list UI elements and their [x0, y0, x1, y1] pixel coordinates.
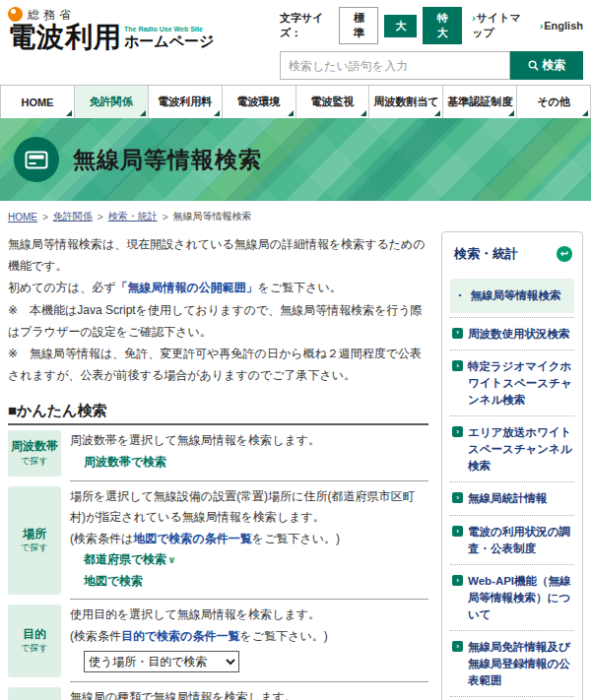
arrow-right-icon: › — [452, 328, 463, 339]
breadcrumb-current: 無線局等情報検索 — [173, 210, 252, 223]
search-by-frequency-link[interactable]: 周波数帯で検索 — [84, 452, 428, 474]
breadcrumb-separator: > — [163, 212, 168, 223]
breadcrumb-separator: > — [42, 212, 48, 223]
chevron-right-icon: › — [472, 13, 475, 24]
easy-search-row-frequency: 周波数帯 で探す 周波数帯を選択して無線局情報を検索します。 周波数帯で検索 — [8, 425, 428, 480]
site-search-button[interactable]: 検索 — [510, 51, 583, 80]
arrow-right-icon: › — [452, 575, 463, 586]
sidebar-item-radio-mic-whitespace[interactable]: › 特定ラジオマイクホワイトスペースチャンネル検索 — [450, 350, 574, 416]
breadcrumb-search-stats[interactable]: 検索・統計 — [108, 210, 158, 223]
chevron-right-icon: › — [540, 21, 543, 32]
arrow-right-icon: › — [452, 641, 463, 652]
site-title: 電波利用 — [8, 24, 122, 51]
sidebar-item-station-search[interactable]: ・ 無線局等情報検索 — [450, 279, 574, 313]
breadcrumb-separator: > — [98, 212, 103, 223]
sidebar-item-web-api[interactable]: › Web-API機能（無線局等情報検索）について — [450, 565, 574, 631]
nav-tab-others[interactable]: その他 — [517, 86, 591, 118]
global-nav: HOME 免許関係 電波利用料 電波環境 電波監視 周波数割当て 基準認証制度 … — [0, 85, 591, 118]
sidebar-search-stats: 検索・統計 ↩ ・ 無線局等情報検索 › 周波数使用状況検索 › 特定ラジオマイ… — [441, 231, 583, 700]
font-size-large-button[interactable]: 大 — [384, 15, 417, 37]
nav-tab-spectrum-fee[interactable]: 電波利用料 — [149, 86, 223, 118]
site-logo[interactable]: 総務省 電波利用 The Radio Use Web Site ホームページ — [8, 7, 214, 80]
intro-note-1: ※ 本機能はJava Scriptを使用しておりますので、無線局等情報検索を行う… — [8, 299, 428, 343]
nav-tab-monitoring[interactable]: 電波監視 — [296, 86, 370, 118]
row-label-purpose: 目的 で探す — [8, 605, 61, 676]
intro-note-2: ※ 無線局等情報は、免許、変更許可や再免許の日から概ね２週間程度で公表されますが… — [8, 343, 428, 386]
intro-line-2: 初めての方は、必ず「無線局情報の公開範囲」をご覧下さい。 — [8, 277, 428, 298]
breadcrumb: HOME > 免許関係 > 検索・統計 > 無線局等情報検索 — [0, 201, 591, 229]
sidebar-list: ・ 無線局等情報検索 › 周波数使用状況検索 › 特定ラジオマイクホワイトスペー… — [442, 275, 582, 700]
sidebar-item-station-statistics[interactable]: › 無線局統計情報 — [450, 482, 574, 516]
row-label-frequency: 周波数帯 で探す — [8, 430, 61, 476]
chevron-down-icon: ∨ — [167, 554, 175, 565]
row-desc: 無線局の種類で無線局情報を検索します。 — [70, 687, 428, 700]
nav-tab-frequency-allocation[interactable]: 周波数割当て — [369, 86, 443, 118]
purpose-search-select[interactable]: 使う場所・目的で検索 — [84, 651, 239, 672]
mic-ministry-icon — [8, 7, 23, 22]
arrow-right-icon: › — [452, 360, 463, 371]
sidebar-header[interactable]: 検索・統計 ↩ — [442, 232, 582, 275]
arrow-right-icon: › — [452, 526, 463, 537]
ministry-name: 総務省 — [28, 9, 75, 21]
site-title-suffix: ホームページ — [124, 33, 214, 50]
easy-search-heading: ■かんたん検索 — [8, 402, 428, 425]
nav-tab-certification[interactable]: 基準認証制度 — [443, 86, 517, 118]
page-title-banner: 無線局等情報検索 — [0, 118, 591, 201]
nav-tab-radio-environment[interactable]: 電波環境 — [223, 86, 296, 118]
row-desc: 使用目的を選択して無線局情報を検索します。 — [70, 605, 428, 626]
map-search-conditions-link[interactable]: 地図で検索の条件一覧 — [133, 532, 252, 545]
search-by-map-link[interactable]: 地図で検索 — [84, 571, 428, 593]
easy-search-row-place: 場所 で探す 場所を選択して無線設備の設置(常置)場所に住所(都道府県市区町村)… — [8, 481, 428, 601]
main-content: 無線局等情報検索は、現在開設されている無線局の詳細情報を検索するための機能です。… — [0, 229, 591, 700]
sidebar-title: 検索・統計 — [454, 245, 518, 263]
bullet-icon: ・ — [454, 287, 466, 304]
section-return-icon: ↩ — [557, 246, 572, 262]
sidebar-item-usage-survey[interactable]: › 電波の利用状況の調査・公表制度 — [450, 516, 574, 565]
page: 総務省 電波利用 The Radio Use Web Site ホームページ 文… — [0, 0, 591, 700]
font-size-xlarge-button[interactable]: 特大 — [423, 7, 462, 44]
site-header: 総務省 電波利用 The Radio Use Web Site ホームページ 文… — [0, 0, 591, 85]
purpose-search-conditions-link[interactable]: 目的で検索の条件一覧 — [121, 629, 240, 643]
row-desc: 場所を選択して無線設備の設置(常置)場所に住所(都道府県市区町村)が指定されてい… — [70, 486, 428, 529]
row-label-type: 種類 で探す — [8, 687, 61, 700]
content-column: 無線局等情報検索は、現在開設されている無線局の詳細情報を検索するための機能です。… — [8, 229, 428, 700]
page-title: 無線局等情報検索 — [73, 145, 262, 175]
font-size-label: 文字サイズ： — [280, 11, 333, 40]
nav-tab-license[interactable]: 免許関係 — [75, 86, 149, 118]
search-icon — [528, 60, 539, 71]
row-desc: 周波数帯を選択して無線局情報を検索します。 — [70, 430, 428, 452]
header-utilities: 文字サイズ： 標準 大 特大 ›サイトマップ ›English 検索 — [280, 7, 583, 80]
intro-line-1: 無線局等情報検索は、現在開設されている無線局の詳細情報を検索するための機能です。 — [8, 233, 428, 277]
station-card-icon — [14, 137, 59, 182]
search-by-prefecture-link[interactable]: 都道府県で検索∨ — [84, 549, 428, 571]
site-search-input[interactable] — [280, 51, 510, 80]
sidebar-item-area-broadcast-whitespace[interactable]: › エリア放送ホワイトスペースチャンネル検索 — [450, 416, 574, 482]
row-note: (検索条件目的で検索の条件一覧をご覧下さい。) — [70, 626, 428, 648]
nav-tab-home[interactable]: HOME — [0, 86, 75, 118]
disclosure-scope-link[interactable]: 「無線局情報の公開範囲」 — [115, 281, 257, 294]
row-label-place: 場所 で探す — [8, 486, 61, 596]
easy-search-row-type: 種類 で探す 無線局の種類で無線局情報を検索します。 (検索条件は放送局で検索の… — [8, 682, 428, 700]
row-note: (検索条件は地図で検索の条件一覧をご覧下さい。) — [70, 529, 428, 550]
breadcrumb-license[interactable]: 免許関係 — [53, 210, 93, 223]
easy-search-row-purpose: 目的 で探す 使用目的を選択して無線局情報を検索します。 (検索条件目的で検索の… — [8, 600, 428, 681]
sidebar-item-frequency-usage[interactable]: › 周波数使用状況検索 — [450, 317, 574, 351]
sidebar-item-disclosure-scope[interactable]: › 無線局免許情報及び無線局登録情報の公表範囲 — [450, 631, 574, 697]
font-size-standard-button[interactable]: 標準 — [339, 7, 378, 44]
arrow-right-icon: › — [452, 426, 463, 437]
sitemap-link[interactable]: ›サイトマップ — [472, 11, 530, 40]
arrow-right-icon: › — [452, 492, 463, 503]
english-link[interactable]: ›English — [540, 20, 583, 32]
breadcrumb-home[interactable]: HOME — [8, 212, 37, 223]
intro-text: 無線局等情報検索は、現在開設されている無線局の詳細情報を検索するための機能です。… — [8, 233, 428, 386]
